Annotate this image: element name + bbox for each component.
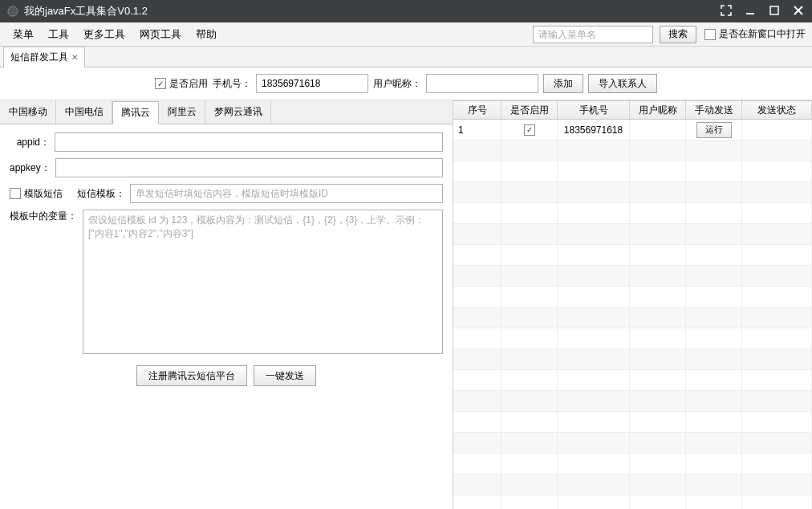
table-header: 序号 是否启用 手机号 用户昵称 手动发送 发送状态 — [453, 100, 812, 120]
provider-tab-mengwang[interactable]: 梦网云通讯 — [205, 100, 271, 124]
cell-phone: 18356971618 — [558, 120, 630, 140]
send-all-button[interactable]: 一键发送 — [254, 365, 316, 386]
table-row[interactable] — [453, 454, 812, 474]
th-status[interactable]: 发送状态 — [742, 101, 812, 119]
sms-template-input[interactable] — [130, 184, 443, 203]
cell-manual: 运行 — [686, 120, 742, 140]
minimize-icon[interactable] — [743, 5, 757, 18]
nick-label: 用户昵称： — [373, 77, 421, 91]
tab-label: 短信群发工具 — [10, 51, 68, 64]
tab-sms-tool[interactable]: 短信群发工具 ✕ — [3, 47, 85, 67]
provider-tab-tencent[interactable]: 腾讯云 — [112, 101, 159, 124]
menu-tools[interactable]: 工具 — [42, 24, 75, 45]
tab-close-icon[interactable]: ✕ — [71, 53, 78, 62]
table-row[interactable]: 118356971618运行 — [453, 120, 812, 140]
open-new-window-checkbox[interactable] — [704, 29, 716, 40]
menu-web-tools[interactable]: 网页工具 — [133, 24, 188, 45]
vars-textarea[interactable] — [83, 210, 443, 354]
cell-status — [742, 120, 812, 140]
th-enable[interactable]: 是否启用 — [501, 101, 558, 119]
th-seq[interactable]: 序号 — [453, 101, 501, 119]
cell-nick — [630, 120, 686, 140]
provider-tab-cmcc[interactable]: 中国移动 — [0, 100, 56, 124]
table-row[interactable] — [453, 370, 812, 391]
right-pane: 序号 是否启用 手机号 用户昵称 手动发送 发送状态 118356971618运… — [453, 100, 812, 509]
table-row[interactable] — [453, 224, 812, 245]
app-icon — [6, 5, 19, 18]
menubar: 菜单 工具 更多工具 网页工具 帮助 搜索 是否在新窗口中打开 — [0, 22, 812, 47]
open-new-window-label: 是否在新窗口中打开 — [719, 27, 806, 41]
table-row[interactable] — [453, 474, 812, 495]
appkey-input[interactable] — [55, 158, 443, 177]
vars-label: 模板中的变量： — [10, 210, 78, 223]
nick-input[interactable] — [426, 74, 538, 93]
left-pane: 中国移动 中国电信 腾讯云 阿里云 梦网云通讯 appid： appkey： — [0, 100, 453, 509]
svg-rect-2 — [770, 6, 778, 14]
template-sms-checkbox[interactable] — [10, 188, 21, 199]
cell-enable[interactable] — [501, 120, 558, 140]
provider-tab-ctcc[interactable]: 中国电信 — [56, 100, 112, 124]
table-row[interactable] — [453, 307, 812, 328]
close-icon[interactable] — [791, 5, 806, 18]
phone-input[interactable] — [256, 74, 368, 93]
sms-template-label: 短信模板： — [77, 187, 125, 201]
enable-check[interactable]: 是否启用 — [155, 77, 208, 91]
template-sms-label: 模版短信 — [24, 187, 63, 201]
menu-main[interactable]: 菜单 — [6, 24, 40, 45]
cell-seq: 1 — [453, 120, 501, 140]
window-title: 我的javaFx工具集合V0.1.2 — [24, 4, 719, 18]
menu-help[interactable]: 帮助 — [189, 24, 223, 45]
table-row[interactable] — [453, 433, 812, 454]
run-button[interactable]: 运行 — [696, 122, 732, 138]
table-body: 118356971618运行 — [453, 120, 812, 509]
table-row[interactable] — [453, 245, 812, 266]
table-row[interactable] — [453, 495, 812, 509]
row-enable-checkbox[interactable] — [524, 124, 535, 136]
th-manual[interactable]: 手动发送 — [686, 101, 742, 119]
provider-tab-aliyun[interactable]: 阿里云 — [159, 100, 205, 124]
table-row[interactable] — [453, 328, 812, 349]
tabstrip: 短信群发工具 ✕ — [0, 47, 812, 67]
table-row[interactable] — [453, 412, 812, 433]
maximize-icon[interactable] — [767, 5, 782, 18]
menu-more-tools[interactable]: 更多工具 — [77, 24, 132, 45]
menu-search-button[interactable]: 搜索 — [660, 26, 696, 43]
import-contacts-button[interactable]: 导入联系人 — [588, 74, 657, 93]
svg-point-0 — [8, 6, 18, 16]
appkey-label: appkey： — [10, 161, 51, 175]
table-row[interactable] — [453, 287, 812, 307]
contact-entry-row: 是否启用 手机号： 用户昵称： 添加 导入联系人 — [0, 67, 812, 100]
menu-search-input[interactable] — [533, 26, 653, 43]
th-phone[interactable]: 手机号 — [558, 101, 630, 119]
enable-label: 是否启用 — [169, 77, 208, 91]
table-row[interactable] — [453, 140, 812, 161]
table-row[interactable] — [453, 266, 812, 287]
fullscreen-icon[interactable] — [719, 5, 733, 18]
add-button[interactable]: 添加 — [543, 74, 583, 93]
table-row[interactable] — [453, 391, 812, 412]
titlebar: 我的javaFx工具集合V0.1.2 — [0, 0, 812, 22]
open-new-window-check[interactable]: 是否在新窗口中打开 — [704, 27, 806, 41]
table-row[interactable] — [453, 349, 812, 370]
template-sms-check[interactable]: 模版短信 — [10, 187, 63, 201]
provider-tabs: 中国移动 中国电信 腾讯云 阿里云 梦网云通讯 — [0, 100, 453, 124]
th-nick[interactable]: 用户昵称 — [630, 101, 686, 119]
appid-label: appid： — [10, 136, 50, 149]
table-row[interactable] — [453, 161, 812, 182]
phone-label: 手机号： — [213, 77, 251, 91]
table-row[interactable] — [453, 203, 812, 224]
appid-input[interactable] — [55, 132, 443, 152]
enable-checkbox[interactable] — [155, 78, 166, 89]
table-row[interactable] — [453, 182, 812, 203]
register-tencent-button[interactable]: 注册腾讯云短信平台 — [136, 365, 247, 386]
contacts-table: 序号 是否启用 手机号 用户昵称 手动发送 发送状态 118356971618运… — [453, 100, 812, 509]
